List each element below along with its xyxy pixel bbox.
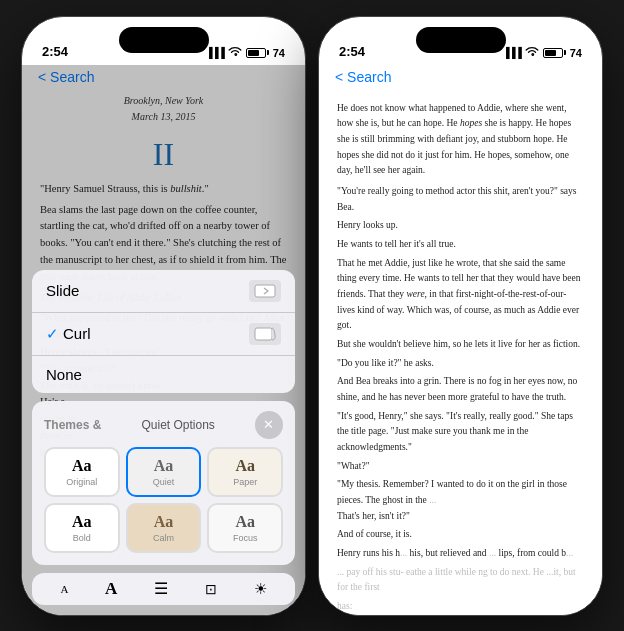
theme-calm[interactable]: Aa Calm	[126, 503, 202, 553]
close-button[interactable]: ✕	[255, 411, 283, 439]
battery-pct-right: 74	[570, 47, 582, 59]
phone2-content: < Search He does not know what happened …	[319, 65, 602, 615]
options-panel: Slide ✓ Curl	[22, 270, 305, 615]
theme-bold-aa: Aa	[52, 513, 112, 531]
slide-icon	[249, 280, 281, 302]
slide-label: Slide	[46, 282, 79, 299]
battery-pct-left: 74	[273, 47, 285, 59]
status-icons-right: ▐▐▐ 74	[502, 47, 582, 59]
svg-rect-1	[255, 328, 272, 340]
font-small-button[interactable]: A	[60, 583, 68, 595]
theme-bold-label: Bold	[52, 533, 112, 543]
dynamic-island	[119, 27, 209, 53]
aa-toolbar: A A ☰ ⊡ ☀	[32, 573, 295, 605]
checkmark-icon: ✓	[46, 325, 59, 343]
themes-grid: Aa Original Aa Quiet Aa Paper	[44, 447, 283, 553]
dynamic-island-right	[416, 27, 506, 53]
themes-panel: Themes & Quiet Options ✕ Aa Original Aa	[32, 401, 295, 565]
quiet-options-label: Quiet Options	[141, 418, 214, 432]
search-bar-right[interactable]: < Search	[319, 65, 602, 93]
back-button-right[interactable]: < Search	[335, 69, 391, 85]
theme-original[interactable]: Aa Original	[44, 447, 120, 497]
theme-original-aa: Aa	[52, 457, 112, 475]
theme-quiet-aa: Aa	[134, 457, 194, 475]
theme-paper-aa: Aa	[215, 457, 275, 475]
theme-quiet-label: Quiet	[134, 477, 194, 487]
wifi-icon-right	[525, 47, 539, 59]
curl-option[interactable]: ✓ Curl	[32, 313, 295, 356]
page-turn-menu: Slide ✓ Curl	[32, 270, 295, 393]
themes-title-row: Themes & Quiet Options ✕	[44, 411, 283, 439]
theme-quiet[interactable]: Aa Quiet	[126, 447, 202, 497]
curl-label: Curl	[63, 325, 91, 342]
paragraph-button[interactable]: ☰	[154, 579, 168, 598]
phone-right: 2:54 ▐▐▐ 74 < Search He does not know	[318, 16, 603, 616]
theme-calm-aa: Aa	[134, 513, 194, 531]
theme-focus-aa: Aa	[215, 513, 275, 531]
slide-option[interactable]: Slide	[32, 270, 295, 313]
signal-icon-right: ▐▐▐	[502, 47, 520, 58]
curl-icon	[249, 323, 281, 345]
font-large-button[interactable]: A	[105, 579, 117, 599]
none-label: None	[46, 366, 82, 383]
battery-icon-left	[246, 48, 269, 58]
themes-title: Themes &	[44, 418, 101, 432]
theme-paper[interactable]: Aa Paper	[207, 447, 283, 497]
wifi-icon	[228, 47, 242, 59]
time-left: 2:54	[42, 44, 68, 59]
theme-focus[interactable]: Aa Focus	[207, 503, 283, 553]
theme-focus-label: Focus	[215, 533, 275, 543]
brightness-button[interactable]: ☀	[254, 580, 267, 598]
phone-left: 2:54 ▐▐▐ 74 < Search Brooklyn	[21, 16, 306, 616]
theme-original-label: Original	[52, 477, 112, 487]
battery-icon-right	[543, 48, 566, 58]
status-icons-left: ▐▐▐ 74	[205, 47, 285, 59]
time-right: 2:54	[339, 44, 365, 59]
theme-bold[interactable]: Aa Bold	[44, 503, 120, 553]
font-style-button[interactable]: ⊡	[205, 581, 217, 597]
none-option[interactable]: None	[32, 356, 295, 393]
theme-paper-label: Paper	[215, 477, 275, 487]
svg-rect-0	[255, 285, 275, 297]
book-content-right: He does not know what happened to Addie,…	[319, 93, 602, 615]
signal-icon: ▐▐▐	[205, 47, 223, 58]
theme-calm-label: Calm	[134, 533, 194, 543]
